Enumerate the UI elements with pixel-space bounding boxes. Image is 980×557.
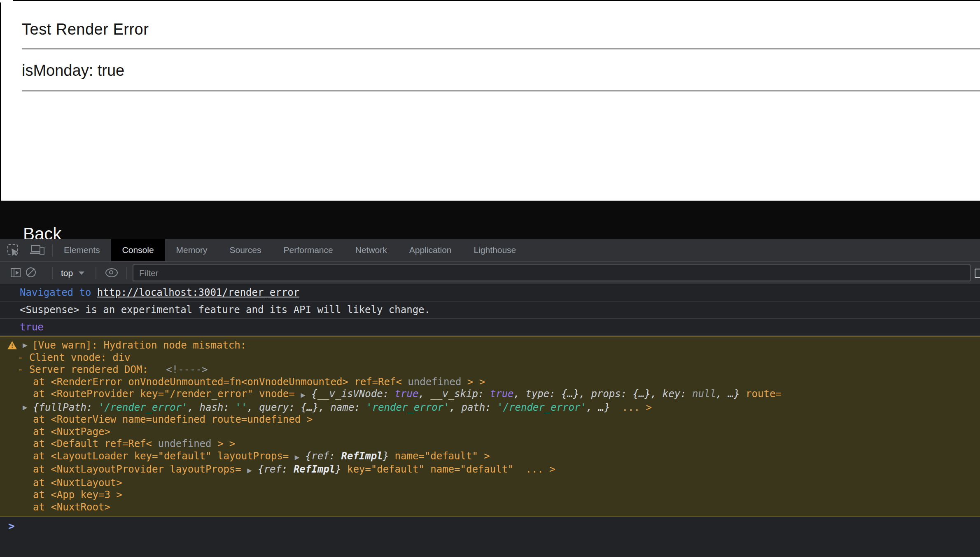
filter-input[interactable] <box>133 264 971 281</box>
console-token: <!----> <box>166 364 208 375</box>
console-token: { <box>311 388 317 400</box>
console-token: true <box>490 388 514 400</box>
devtools-tabbar: ElementsConsoleMemorySourcesPerformanceN… <box>0 239 980 262</box>
console-token: , <box>418 388 430 400</box>
console-token: RefImpl <box>294 463 335 475</box>
console-token: hash <box>200 402 224 413</box>
console-token: > > <box>211 438 235 449</box>
console-token: at <App key=3 > <box>33 489 122 501</box>
context-dropdown-label: top <box>61 268 73 278</box>
console-token: key="default" name="default" ... > <box>341 463 555 475</box>
console-token: query <box>259 402 289 413</box>
divider <box>126 267 127 279</box>
console-sidebar-icon[interactable] <box>11 268 21 277</box>
console-token: at <RenderError onVnodeUnmounted=fn<onVn… <box>33 376 408 388</box>
prompt-chevron-icon: > <box>8 520 15 532</box>
context-dropdown[interactable]: top <box>61 266 84 280</box>
tab-elements[interactable]: Elements <box>53 239 111 261</box>
console-token: { <box>306 450 311 462</box>
tab-console[interactable]: Console <box>111 239 165 261</box>
console-token: true <box>395 388 419 400</box>
cursor-arrow-icon <box>12 248 19 256</box>
console-token: fullPath <box>39 402 86 413</box>
console-token: __v_skip <box>430 388 478 400</box>
expand-arrow-icon[interactable]: ▶ <box>23 339 28 352</box>
console-token <box>306 388 311 400</box>
warning-line: at <RouteProvider key="/render_error" vn… <box>0 388 980 402</box>
console-row: Navigated to http://localhost:3001/rende… <box>0 284 980 302</box>
tab-application[interactable]: Application <box>398 239 463 261</box>
console-token: : {…}, <box>289 402 330 413</box>
console-token: , …} <box>586 402 610 413</box>
expand-arrow-icon[interactable]: ▶ <box>295 454 300 461</box>
devtools-tabs: ElementsConsoleMemorySourcesPerformanceN… <box>53 239 527 261</box>
console-token: 'render_error' <box>366 402 449 413</box>
console-token: ref <box>264 463 282 475</box>
page-dark-section: Back <box>0 201 980 239</box>
console-token: __v_isVNode <box>317 388 383 400</box>
expand-arrow-icon[interactable]: ▶ <box>301 391 306 399</box>
console-token: : <box>383 388 395 400</box>
devtools-panel: ElementsConsoleMemorySourcesPerformanceN… <box>0 239 980 557</box>
console-messages: Navigated to http://localhost:3001/rende… <box>0 284 980 336</box>
divider <box>52 244 53 257</box>
warning-line: ▶{fullPath: '/render_error', hash: '', q… <box>0 402 980 414</box>
console-token: : <box>223 402 235 413</box>
console-link[interactable]: http://localhost:3001/render_error <box>97 287 299 298</box>
tab-network[interactable]: Network <box>344 239 398 261</box>
console-token: path <box>461 402 485 413</box>
live-expression-eye-icon[interactable] <box>105 268 118 277</box>
console-warning-block: ! ▶[Vue warn]: Hydration node mismatch:-… <box>0 336 980 517</box>
window-top-border <box>13 0 980 1</box>
console-token: key <box>663 388 680 400</box>
devtools-left-icons <box>0 239 53 261</box>
warning-line: at <RouterView name=undefined route=unde… <box>0 414 980 426</box>
console-token: '' <box>235 402 247 413</box>
device-toolbar-icon[interactable] <box>31 245 45 255</box>
console-prompt[interactable]: > <box>0 517 980 535</box>
expand-arrow-icon[interactable]: ▶ <box>247 467 252 474</box>
expand-arrow-icon[interactable]: ▶ <box>23 402 28 414</box>
warning-line: at <LayoutLoader key="default" layoutPro… <box>0 450 980 464</box>
console-token: <Suspense> is an experimental feature an… <box>20 304 430 316</box>
warning-line: at <NuxtLayout> <box>0 477 980 489</box>
tab-memory[interactable]: Memory <box>165 239 219 261</box>
horizontal-rule <box>22 48 980 49</box>
divider <box>52 267 53 279</box>
tab-performance[interactable]: Performance <box>273 239 344 261</box>
browser-page: Test Render Error isMonday: true <box>0 0 980 201</box>
clear-console-icon[interactable] <box>26 267 36 277</box>
warning-lines: ▶[Vue warn]: Hydration node mismatch:- C… <box>0 339 980 513</box>
console-token: at <RouteProvider key="/render_error" vn… <box>33 388 301 400</box>
console-token: '/render_error' <box>497 402 586 413</box>
console-row: true <box>0 319 980 336</box>
console-token: ref <box>311 450 329 462</box>
console-token: name="default" > <box>389 450 490 462</box>
console-token: [Vue warn]: Hydration node mismatch: <box>32 339 246 351</box>
tab-sources[interactable]: Sources <box>218 239 272 261</box>
console-token: type <box>525 388 549 400</box>
console-token <box>252 463 258 475</box>
console-token: - Client vnode: div <box>17 352 131 363</box>
console-token: { <box>258 463 264 475</box>
warning-line: ▶[Vue warn]: Hydration node mismatch: <box>0 339 980 352</box>
divider <box>96 267 96 279</box>
console-token: : <box>282 463 294 475</box>
console-token: : <box>86 402 98 413</box>
console-token: props <box>591 388 621 400</box>
tab-lighthouse[interactable]: Lighthouse <box>462 239 527 261</box>
console-token: Navigated to <box>20 287 97 298</box>
inspect-element-icon[interactable] <box>7 244 18 255</box>
console-token: > > <box>461 376 485 388</box>
console-token: } <box>335 463 341 475</box>
clipped-edge-icon <box>975 269 980 278</box>
console-token: at <RouterView name=undefined route=unde… <box>33 414 313 425</box>
console-token: { <box>33 402 39 413</box>
console-token: - Server rendered DOM: <box>17 364 166 375</box>
console-token: : <box>680 388 692 400</box>
warning-line: at <Default ref=Ref< undefined > > <box>0 438 980 450</box>
back-link[interactable]: Back <box>23 224 61 239</box>
console-token: at <NuxtPage> <box>33 426 110 438</box>
console-token: , <box>514 388 526 400</box>
warning-line: at <NuxtRoot> <box>0 501 980 514</box>
